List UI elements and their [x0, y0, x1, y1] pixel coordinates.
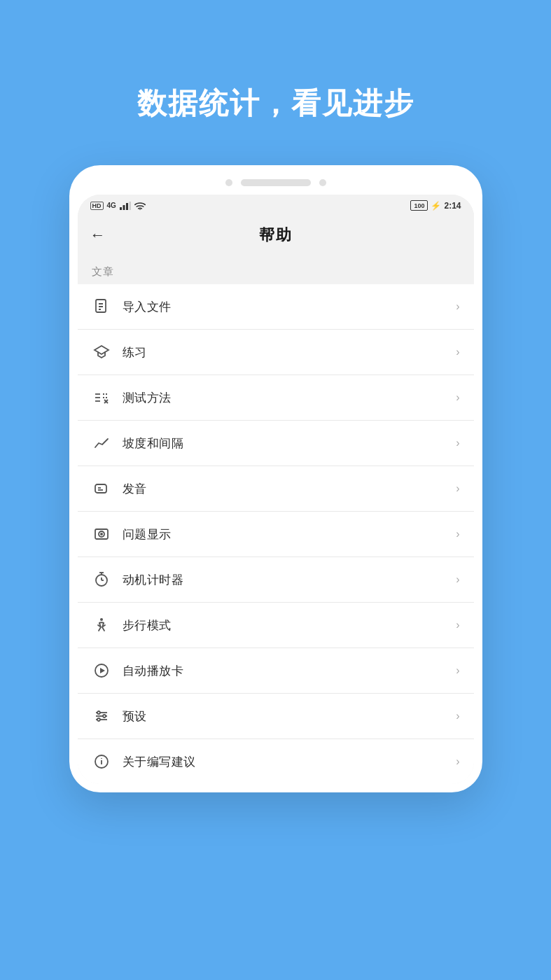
play-icon: [92, 661, 111, 680]
nav-title: 帮助: [259, 225, 293, 246]
timer-icon: [92, 570, 111, 589]
svg-rect-2: [126, 203, 128, 210]
signal-icon: [120, 202, 131, 210]
menu-label-problem-display: 问题显示: [123, 526, 456, 542]
menu-label-practice: 练习: [123, 344, 456, 360]
chart-icon: [92, 433, 111, 453]
svg-point-28: [100, 618, 103, 621]
walk-icon: [92, 615, 111, 635]
menu-arrow-preset: ›: [456, 710, 459, 722]
menu-label-preset: 预设: [123, 708, 456, 724]
file-icon: [92, 297, 111, 316]
menu-arrow-writing-advice: ›: [456, 755, 459, 768]
menu-arrow-motivation-timer: ›: [456, 573, 459, 586]
menu-label-writing-advice: 关于编写建议: [123, 754, 456, 770]
network-indicator: 4G: [107, 202, 116, 209]
svg-point-39: [101, 758, 102, 760]
svg-marker-30: [100, 668, 105, 673]
phone-dot-right: [319, 179, 326, 186]
menu-arrow-test-method: ›: [456, 391, 459, 404]
svg-rect-1: [123, 205, 125, 210]
speech-icon: [92, 479, 111, 498]
menu-item-pronunciation[interactable]: 发音 ›: [78, 466, 474, 512]
phone-top-bar: [78, 174, 474, 195]
settings-icon: [92, 706, 111, 726]
menu-label-test-method: 测试方法: [123, 390, 456, 406]
menu-item-motivation-timer[interactable]: 动机计时器 ›: [78, 557, 474, 603]
phone-dot-left: [225, 179, 232, 186]
menu-item-auto-play-card[interactable]: 自动播放卡 ›: [78, 648, 474, 694]
clock: 2:14: [444, 201, 461, 211]
svg-point-35: [103, 715, 106, 718]
graduation-icon: [92, 342, 111, 362]
menu-item-writing-advice[interactable]: 关于编写建议 ›: [78, 739, 474, 784]
charging-icon: ⚡: [431, 201, 441, 211]
menu-item-walking-mode[interactable]: 步行模式 ›: [78, 603, 474, 648]
battery-level: 100: [410, 200, 428, 211]
nav-bar: ← 帮助: [78, 215, 474, 255]
menu-list: 导入文件 › 练习 ›: [78, 284, 474, 784]
page-header-title: 数据统计，看见进步: [137, 84, 414, 123]
status-right: 100 ⚡ 2:14: [410, 200, 461, 211]
svg-marker-9: [95, 346, 109, 354]
wifi-icon: [134, 202, 146, 210]
status-bar: HD 4G 100 ⚡ 2:14: [78, 195, 474, 215]
menu-label-motivation-timer: 动机计时器: [123, 572, 456, 588]
section-label: 文章: [78, 255, 474, 284]
menu-item-test-method[interactable]: 测试方法 ›: [78, 375, 474, 421]
svg-point-34: [97, 711, 100, 714]
menu-item-preset[interactable]: 预设 ›: [78, 694, 474, 739]
menu-label-slope-interval: 坡度和间隔: [123, 435, 456, 451]
hd-indicator: HD: [90, 202, 104, 210]
svg-rect-0: [120, 207, 122, 210]
status-left: HD 4G: [90, 202, 146, 210]
content-area: 文章 导入文件 › 练习 ›: [78, 255, 474, 784]
menu-arrow-import-file: ›: [456, 300, 459, 313]
menu-label-pronunciation: 发音: [123, 481, 456, 497]
menu-arrow-pronunciation: ›: [456, 482, 459, 495]
menu-arrow-practice: ›: [456, 346, 459, 358]
svg-rect-5: [96, 300, 106, 312]
eye-icon: [92, 524, 111, 544]
menu-arrow-walking-mode: ›: [456, 619, 459, 631]
phone-frame: HD 4G 100 ⚡ 2:14: [69, 165, 482, 792]
svg-point-22: [100, 533, 103, 536]
menu-label-auto-play-card: 自动播放卡: [123, 663, 456, 679]
menu-item-practice[interactable]: 练习 ›: [78, 330, 474, 375]
menu-label-import-file: 导入文件: [123, 299, 456, 315]
svg-rect-3: [129, 202, 131, 210]
menu-item-import-file[interactable]: 导入文件 ›: [78, 284, 474, 330]
svg-point-36: [97, 718, 100, 721]
menu-item-problem-display[interactable]: 问题显示 ›: [78, 512, 474, 557]
menu-arrow-slope-interval: ›: [456, 437, 459, 449]
phone-speaker: [241, 179, 311, 186]
menu-arrow-auto-play-card: ›: [456, 664, 459, 677]
svg-rect-17: [95, 484, 106, 493]
menu-item-slope-interval[interactable]: 坡度和间隔 ›: [78, 421, 474, 466]
menu-arrow-problem-display: ›: [456, 528, 459, 540]
back-button[interactable]: ←: [90, 226, 106, 244]
info-icon: [92, 752, 111, 771]
menu-label-walking-mode: 步行模式: [123, 617, 456, 634]
test-icon: [92, 388, 111, 407]
svg-point-4: [139, 209, 141, 210]
phone-screen: HD 4G 100 ⚡ 2:14: [78, 195, 474, 784]
